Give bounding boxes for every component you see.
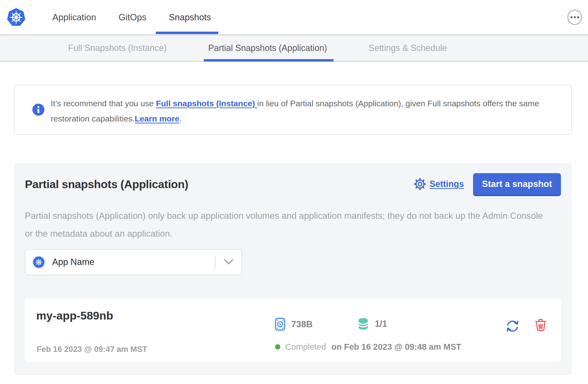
snapshot-settings-link[interactable]: Settings [414, 178, 464, 190]
snapshot-volumes-value: 1/1 [375, 319, 387, 329]
snapshot-name: my-app-589nb [36, 309, 113, 322]
app-select-value: App Name [52, 257, 94, 267]
snapshot-completed-timestamp: on Feb 16 2023 @ 09:48 am MST [331, 342, 461, 352]
nav-tab-snapshots[interactable]: Snapshots [169, 0, 211, 35]
chevron-down-icon [224, 259, 233, 265]
banner-text-suffix: . [179, 114, 182, 123]
delete-snapshot-button[interactable] [534, 318, 547, 333]
full-snapshots-link[interactable]: Full snapshots (Instance) [156, 99, 257, 108]
subtab-settings-schedule[interactable]: Settings & Schedule [369, 35, 447, 61]
main-nav: Application GitOps Snapshots [52, 0, 211, 35]
snapshot-started-timestamp: Feb 16 2023 @ 09:47 am MST [37, 345, 147, 354]
panel-actions: Settings Start a snapshot [414, 173, 561, 195]
partial-snapshots-panel: Partial snapshots (Application) Settings… [14, 163, 572, 375]
settings-link-label: Settings [430, 179, 464, 189]
select-divider [215, 255, 215, 269]
ellipsis-icon [577, 16, 579, 18]
banner-text-intro: It’s recommend that you use [51, 99, 156, 108]
gear-icon [414, 178, 426, 190]
panel-header-row: Partial snapshots (Application) Settings… [25, 163, 561, 195]
disk-icon [275, 318, 285, 331]
snapshots-subnav: Full Snapshots (Instance) Partial Snapsh… [0, 35, 588, 62]
kubernetes-app-icon [33, 256, 44, 268]
snapshot-size-value: 738B [291, 319, 313, 329]
subtab-partial-snapshots[interactable]: Partial Snapshots (Application) [208, 35, 327, 61]
info-icon [32, 104, 44, 116]
top-header: Application GitOps Snapshots [0, 0, 588, 35]
start-snapshot-button[interactable]: Start a snapshot [473, 173, 561, 195]
trash-icon [534, 318, 547, 333]
snapshot-size-metric: 738B [275, 318, 313, 331]
snapshot-status-row: Completed on Feb 16 2023 @ 09:48 am MST [275, 342, 461, 352]
snapshot-volumes-metric: 1/1 [357, 318, 387, 330]
learn-more-link[interactable]: Learn more [135, 114, 179, 123]
ellipsis-icon [570, 16, 572, 18]
nav-tab-gitops[interactable]: GitOps [119, 0, 146, 35]
ellipsis-icon [574, 16, 576, 18]
nav-tab-application[interactable]: Application [52, 0, 96, 35]
database-icon [357, 318, 369, 330]
banner-message: It’s recommend that you use Full snapsho… [51, 96, 558, 126]
snapshot-status: Completed [285, 342, 326, 352]
more-menu-button[interactable] [567, 10, 582, 25]
snapshot-row: my-app-589nb Feb 16 2023 @ 09:47 am MST … [25, 298, 561, 362]
info-banner: It’s recommend that you use Full snapsho… [14, 85, 572, 134]
restore-snapshot-button[interactable] [505, 319, 520, 334]
status-success-dot-icon [275, 344, 280, 349]
restore-icon [505, 319, 520, 334]
page-title: Partial snapshots (Application) [25, 177, 188, 191]
panel-description: Partial snapshots (Application) only bac… [25, 207, 551, 243]
app-name-select[interactable]: App Name [25, 249, 242, 275]
kubernetes-logo-icon [6, 7, 26, 27]
subtab-full-snapshots[interactable]: Full Snapshots (Instance) [68, 35, 167, 61]
